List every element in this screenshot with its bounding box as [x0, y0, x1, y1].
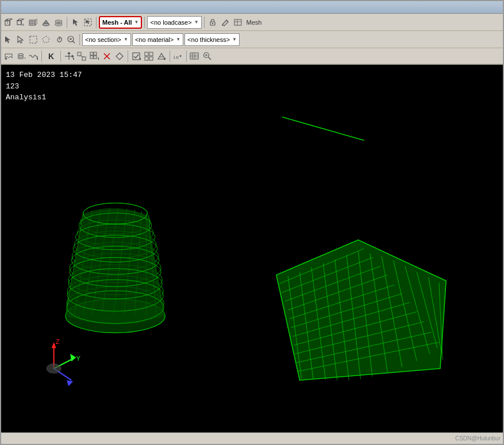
toolbar-btn-lock[interactable]: [207, 17, 218, 28]
toolbar-btn-zoom[interactable]: [202, 51, 213, 62]
svg-rect-51: [94, 52, 97, 55]
svg-rect-60: [145, 52, 148, 56]
toolbar-btn-arrow-drop[interactable]: ▼: [2, 51, 14, 62]
toolbar-btn-layers[interactable]: [53, 17, 64, 28]
svg-marker-30: [43, 36, 49, 42]
svg-text:▼: ▼: [4, 57, 8, 61]
svg-text:▼: ▼: [72, 57, 74, 61]
toolbar-btn-plus-select[interactable]: [66, 34, 77, 45]
svg-line-49: [79, 56, 84, 57]
sep-4: [204, 17, 205, 28]
toolbar-btn-clip[interactable]: ▼: [156, 51, 167, 62]
viewport-analysis: Analysis1: [6, 92, 82, 103]
svg-point-15: [43, 24, 49, 26]
watermark-text: CSDN@Hulunbur: [455, 435, 501, 442]
toolbar-btn-layer-mgr[interactable]: ▼: [15, 51, 26, 62]
svg-text:▼: ▼: [97, 56, 99, 61]
svg-line-32: [72, 41, 75, 43]
cone-mesh: [66, 203, 165, 333]
sep-7: [60, 51, 61, 62]
mesh-text-label: Mesh: [245, 19, 264, 26]
svg-rect-61: [149, 52, 153, 56]
svg-marker-57: [116, 53, 123, 60]
title-bar: [1, 1, 503, 14]
svg-text:▼: ▼: [36, 57, 38, 61]
sep-8: [128, 51, 128, 62]
toolbar-btn-view[interactable]: [143, 51, 155, 62]
svg-rect-8: [29, 20, 35, 25]
toolbar-btn-poly-select[interactable]: [40, 34, 52, 45]
toolbar-btn-shape[interactable]: [114, 51, 125, 62]
toolbar-btn-table[interactable]: [232, 17, 244, 28]
toolbar-btn-coords[interactable]: L R ▼: [172, 51, 184, 62]
toolbar-row-2: <no section> ▼ <no material> ▼ <no thick…: [1, 31, 503, 48]
app-window: +: [0, 0, 504, 445]
sep-2: [96, 17, 97, 28]
svg-rect-50: [90, 52, 93, 55]
svg-text:Y: Y: [76, 355, 80, 362]
svg-marker-138: [70, 354, 76, 361]
svg-rect-24: [234, 20, 241, 25]
toolbar-row-3: ▼ ▼ ▼ K: [1, 48, 503, 64]
viewport-info: 13 Feb 2023 15:47 123 Analysis1: [6, 69, 82, 103]
sep-10: [186, 51, 187, 62]
toolbar-btn-cross[interactable]: [101, 51, 113, 62]
svg-rect-29: [30, 36, 37, 43]
line-element: [282, 117, 364, 141]
toolbar-btn-lasso-select[interactable]: [53, 34, 64, 45]
svg-point-39: [18, 53, 24, 55]
svg-marker-27: [5, 36, 10, 43]
toolbar-btn-cube-add[interactable]: +: [15, 17, 26, 28]
svg-text:Z: Z: [56, 338, 60, 345]
flat-mesh-shape: [276, 240, 446, 380]
toolbar-btn-table2[interactable]: [189, 51, 201, 62]
svg-rect-48: [82, 57, 86, 60]
toolbar-btn-arrow[interactable]: [70, 17, 81, 28]
no-material-arrow: ▼: [176, 37, 180, 42]
svg-rect-52: [90, 56, 93, 59]
toolbar-btn-K[interactable]: K: [44, 51, 58, 62]
svg-text:▼: ▼: [163, 57, 166, 61]
svg-text:▼: ▼: [138, 57, 141, 61]
svg-rect-47: [78, 52, 81, 56]
svg-rect-62: [145, 57, 148, 60]
toolbar-btn-transform[interactable]: [76, 51, 87, 62]
toolbar-btn-box-select[interactable]: [28, 34, 39, 45]
sep-3: [144, 17, 145, 28]
no-section-arrow: ▼: [124, 37, 128, 42]
svg-text:+: +: [22, 23, 24, 27]
no-loadcase-dropdown[interactable]: <no loadcase> ▼: [147, 16, 201, 29]
axes-indicator: Z Y: [47, 338, 80, 386]
toolbar-btn-cube[interactable]: [2, 17, 14, 28]
viewport[interactable]: 13 Feb 2023 15:47 123 Analysis1: [1, 65, 503, 432]
sep-6: [41, 51, 42, 62]
toolbar-btn-array[interactable]: ▼: [89, 51, 100, 62]
status-bar: CSDN@Hulunbur: [1, 432, 503, 444]
toolbar-container: +: [1, 14, 503, 65]
no-section-dropdown[interactable]: <no section> ▼: [82, 33, 131, 46]
no-thickness-dropdown[interactable]: <no thickness> ▼: [184, 33, 240, 46]
no-section-label: <no section>: [85, 36, 121, 43]
svg-text:▼: ▼: [179, 53, 182, 57]
toolbar-btn-select[interactable]: [82, 17, 94, 28]
sep-9: [170, 51, 170, 62]
toolbar-btn-grid-box[interactable]: [28, 17, 39, 28]
viewport-model-id: 123: [6, 81, 82, 92]
svg-marker-21: [86, 20, 90, 24]
toolbar-btn-wave[interactable]: ▼: [28, 51, 39, 62]
svg-marker-19: [73, 19, 78, 26]
toolbar-btn-solid[interactable]: [40, 17, 52, 28]
svg-rect-63: [149, 57, 153, 60]
toolbar-row-1: +: [1, 14, 503, 31]
svg-rect-4: [17, 21, 21, 25]
toolbar-btn-arrow-select[interactable]: [15, 34, 26, 45]
toolbar-btn-cursor-select[interactable]: [2, 34, 14, 45]
toolbar-btn-mesh-dir[interactable]: ▼: [63, 51, 75, 62]
svg-marker-141: [67, 380, 73, 386]
svg-marker-28: [18, 36, 23, 43]
no-material-dropdown[interactable]: <no material> ▼: [132, 33, 183, 46]
toolbar-btn-pencil[interactable]: [220, 17, 231, 28]
mesh-all-dropdown[interactable]: Mesh - All ▼: [99, 16, 142, 29]
svg-point-142: [47, 364, 60, 373]
toolbar-btn-checkbox[interactable]: ▼: [130, 51, 142, 62]
